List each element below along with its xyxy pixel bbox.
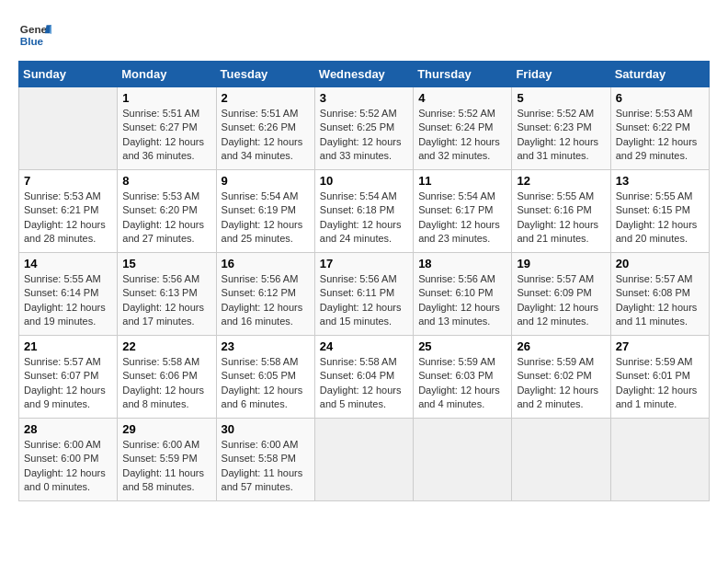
day-info: Sunrise: 5:55 AM Sunset: 6:15 PM Dayligh… bbox=[616, 190, 704, 247]
sunrise-text: Sunrise: 5:51 AM bbox=[222, 108, 299, 119]
day-info: Sunrise: 5:59 AM Sunset: 6:02 PM Dayligh… bbox=[517, 355, 605, 412]
day-info: Sunrise: 5:59 AM Sunset: 6:03 PM Dayligh… bbox=[418, 355, 506, 412]
day-info: Sunrise: 5:52 AM Sunset: 6:23 PM Dayligh… bbox=[517, 107, 605, 164]
weekday-header-thursday: Thursday bbox=[414, 62, 512, 87]
daylight-text: Daylight: 12 hours and 29 minutes. bbox=[616, 136, 698, 161]
daylight-text: Daylight: 12 hours and 4 minutes. bbox=[418, 385, 500, 409]
day-number: 15 bbox=[122, 257, 210, 270]
day-number: 16 bbox=[222, 257, 310, 270]
day-number: 12 bbox=[517, 174, 605, 188]
calendar-cell: 30 Sunrise: 6:00 AM Sunset: 5:58 PM Dayl… bbox=[216, 419, 314, 501]
day-number: 2 bbox=[222, 91, 310, 105]
day-number: 26 bbox=[517, 339, 605, 353]
day-info: Sunrise: 5:55 AM Sunset: 6:16 PM Dayligh… bbox=[517, 190, 605, 247]
calendar-cell bbox=[610, 419, 709, 501]
logo: General Blue bbox=[18, 18, 51, 52]
daylight-text: Daylight: 12 hours and 21 minutes. bbox=[517, 219, 598, 244]
daylight-text: Daylight: 12 hours and 31 minutes. bbox=[517, 136, 598, 161]
daylight-text: Daylight: 12 hours and 8 minutes. bbox=[122, 385, 204, 409]
calendar-cell: 25 Sunrise: 5:59 AM Sunset: 6:03 PM Dayl… bbox=[414, 336, 512, 419]
day-info: Sunrise: 6:00 AM Sunset: 5:58 PM Dayligh… bbox=[222, 438, 310, 495]
sunrise-text: Sunrise: 5:53 AM bbox=[122, 190, 199, 201]
calendar-cell: 15 Sunrise: 5:56 AM Sunset: 6:13 PM Dayl… bbox=[118, 253, 216, 336]
calendar-cell bbox=[314, 419, 413, 501]
day-info: Sunrise: 5:59 AM Sunset: 6:01 PM Dayligh… bbox=[616, 355, 704, 412]
day-info: Sunrise: 5:52 AM Sunset: 6:24 PM Dayligh… bbox=[418, 107, 506, 164]
day-info: Sunrise: 5:53 AM Sunset: 6:21 PM Dayligh… bbox=[24, 190, 112, 247]
day-number: 29 bbox=[122, 422, 210, 436]
weekday-header-tuesday: Tuesday bbox=[216, 62, 314, 87]
day-info: Sunrise: 5:58 AM Sunset: 6:04 PM Dayligh… bbox=[320, 355, 408, 412]
week-row-3: 14 Sunrise: 5:55 AM Sunset: 6:14 PM Dayl… bbox=[19, 253, 710, 336]
calendar-cell: 9 Sunrise: 5:54 AM Sunset: 6:19 PM Dayli… bbox=[216, 170, 314, 253]
calendar-cell: 5 Sunrise: 5:52 AM Sunset: 6:23 PM Dayli… bbox=[512, 87, 610, 170]
day-number: 14 bbox=[24, 257, 112, 270]
sunrise-text: Sunrise: 5:58 AM bbox=[122, 356, 199, 367]
sunrise-text: Sunrise: 5:56 AM bbox=[320, 273, 397, 284]
day-info: Sunrise: 5:54 AM Sunset: 6:17 PM Dayligh… bbox=[418, 190, 506, 247]
day-number: 23 bbox=[222, 339, 310, 353]
calendar-cell: 24 Sunrise: 5:58 AM Sunset: 6:04 PM Dayl… bbox=[314, 336, 413, 419]
daylight-text: Daylight: 12 hours and 9 minutes. bbox=[24, 385, 106, 409]
sunset-text: Sunset: 6:16 PM bbox=[517, 204, 591, 215]
daylight-text: Daylight: 12 hours and 5 minutes. bbox=[320, 385, 402, 409]
sunrise-text: Sunrise: 5:59 AM bbox=[616, 356, 693, 367]
day-info: Sunrise: 5:56 AM Sunset: 6:11 PM Dayligh… bbox=[320, 272, 408, 329]
sunrise-text: Sunrise: 5:55 AM bbox=[517, 190, 594, 201]
sunset-text: Sunset: 6:04 PM bbox=[320, 370, 394, 381]
day-info: Sunrise: 5:51 AM Sunset: 6:27 PM Dayligh… bbox=[122, 107, 210, 164]
sunrise-text: Sunrise: 5:57 AM bbox=[517, 273, 594, 284]
sunrise-text: Sunrise: 6:00 AM bbox=[122, 439, 199, 450]
calendar-cell: 13 Sunrise: 5:55 AM Sunset: 6:15 PM Dayl… bbox=[610, 170, 709, 253]
daylight-text: Daylight: 12 hours and 17 minutes. bbox=[122, 302, 204, 327]
daylight-text: Daylight: 12 hours and 2 minutes. bbox=[517, 385, 598, 409]
sunset-text: Sunset: 5:58 PM bbox=[222, 453, 296, 464]
day-info: Sunrise: 5:54 AM Sunset: 6:18 PM Dayligh… bbox=[320, 190, 408, 247]
calendar-cell: 27 Sunrise: 5:59 AM Sunset: 6:01 PM Dayl… bbox=[610, 336, 709, 419]
calendar-cell: 7 Sunrise: 5:53 AM Sunset: 6:21 PM Dayli… bbox=[19, 170, 118, 253]
daylight-text: Daylight: 11 hours and 58 minutes. bbox=[122, 467, 204, 492]
sunset-text: Sunset: 6:09 PM bbox=[517, 287, 591, 298]
sunrise-text: Sunrise: 6:00 AM bbox=[222, 439, 299, 450]
daylight-text: Daylight: 12 hours and 28 minutes. bbox=[24, 219, 106, 244]
daylight-text: Daylight: 12 hours and 27 minutes. bbox=[122, 219, 204, 244]
week-row-1: 1 Sunrise: 5:51 AM Sunset: 6:27 PM Dayli… bbox=[19, 87, 710, 170]
weekday-header-wednesday: Wednesday bbox=[314, 62, 413, 87]
day-number: 8 bbox=[122, 174, 210, 188]
week-row-5: 28 Sunrise: 6:00 AM Sunset: 6:00 PM Dayl… bbox=[19, 419, 710, 501]
weekday-header-saturday: Saturday bbox=[610, 62, 709, 87]
calendar-cell: 18 Sunrise: 5:56 AM Sunset: 6:10 PM Dayl… bbox=[414, 253, 512, 336]
sunrise-text: Sunrise: 5:52 AM bbox=[320, 108, 397, 119]
day-number: 30 bbox=[222, 422, 310, 436]
day-number: 20 bbox=[616, 257, 704, 270]
sunrise-text: Sunrise: 5:59 AM bbox=[418, 356, 495, 367]
day-info: Sunrise: 5:56 AM Sunset: 6:12 PM Dayligh… bbox=[222, 272, 310, 329]
sunset-text: Sunset: 6:00 PM bbox=[24, 453, 98, 464]
week-row-4: 21 Sunrise: 5:57 AM Sunset: 6:07 PM Dayl… bbox=[19, 336, 710, 419]
calendar-cell: 10 Sunrise: 5:54 AM Sunset: 6:18 PM Dayl… bbox=[314, 170, 413, 253]
sunset-text: Sunset: 6:20 PM bbox=[122, 204, 197, 215]
daylight-text: Daylight: 12 hours and 16 minutes. bbox=[222, 302, 303, 327]
sunrise-text: Sunrise: 5:56 AM bbox=[122, 273, 199, 284]
calendar-cell: 14 Sunrise: 5:55 AM Sunset: 6:14 PM Dayl… bbox=[19, 253, 118, 336]
day-info: Sunrise: 5:52 AM Sunset: 6:25 PM Dayligh… bbox=[320, 107, 408, 164]
sunset-text: Sunset: 6:08 PM bbox=[616, 287, 690, 298]
sunrise-text: Sunrise: 5:57 AM bbox=[616, 273, 693, 284]
sunrise-text: Sunrise: 5:53 AM bbox=[24, 190, 101, 201]
sunrise-text: Sunrise: 5:51 AM bbox=[122, 108, 199, 119]
calendar-cell: 29 Sunrise: 6:00 AM Sunset: 5:59 PM Dayl… bbox=[118, 419, 216, 501]
day-number: 24 bbox=[320, 339, 408, 353]
day-number: 6 bbox=[616, 91, 704, 105]
calendar-cell bbox=[414, 419, 512, 501]
sunset-text: Sunset: 6:27 PM bbox=[122, 121, 197, 132]
day-number: 21 bbox=[24, 339, 112, 353]
sunset-text: Sunset: 6:13 PM bbox=[122, 287, 197, 298]
daylight-text: Daylight: 12 hours and 0 minutes. bbox=[24, 467, 106, 492]
daylight-text: Daylight: 12 hours and 33 minutes. bbox=[320, 136, 402, 161]
day-info: Sunrise: 5:54 AM Sunset: 6:19 PM Dayligh… bbox=[222, 190, 310, 247]
day-info: Sunrise: 5:58 AM Sunset: 6:06 PM Dayligh… bbox=[122, 355, 210, 412]
day-info: Sunrise: 5:57 AM Sunset: 6:07 PM Dayligh… bbox=[24, 355, 112, 412]
day-info: Sunrise: 5:56 AM Sunset: 6:13 PM Dayligh… bbox=[122, 272, 210, 329]
daylight-text: Daylight: 12 hours and 32 minutes. bbox=[418, 136, 500, 161]
day-info: Sunrise: 5:58 AM Sunset: 6:05 PM Dayligh… bbox=[222, 355, 310, 412]
